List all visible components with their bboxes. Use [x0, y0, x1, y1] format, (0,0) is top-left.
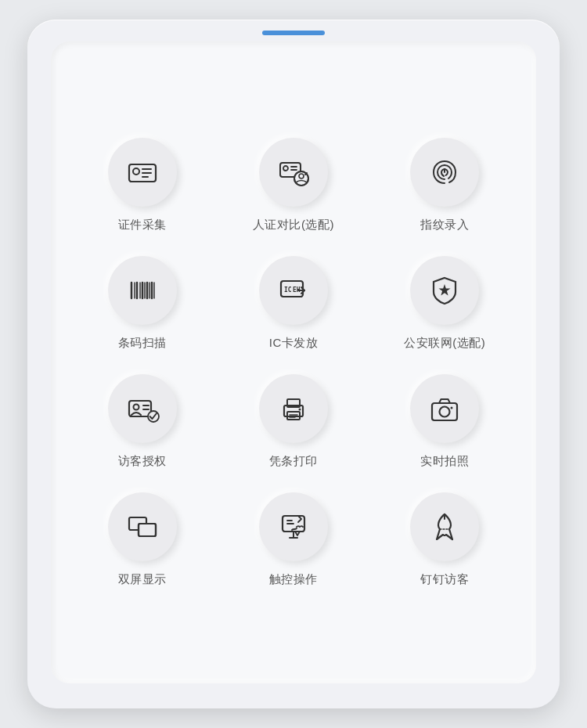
ic-card-icon: IC EH: [276, 273, 311, 308]
svg-point-30: [133, 405, 139, 410]
label-barcode: 条码扫描: [118, 336, 167, 351]
svg-point-42: [451, 407, 453, 409]
grid-item-barcode[interactable]: 条码扫描: [74, 256, 210, 351]
label-fingerprint: 指纹录入: [420, 218, 469, 232]
label-dual-screen: 双屏显示: [118, 572, 167, 587]
label-police-net: 公安联网(选配): [404, 336, 485, 351]
icon-circle-cert-collect: [108, 138, 177, 207]
grid-item-realtime-photo[interactable]: 实时拍照: [377, 374, 513, 469]
icon-circle-visitor-auth: [108, 374, 177, 443]
icon-circle-print-ticket: [259, 374, 328, 443]
label-ic-card: IC卡发放: [269, 336, 319, 351]
svg-point-1: [133, 168, 139, 175]
top-indicator: [262, 31, 325, 35]
visitor-auth-icon: [125, 391, 160, 426]
grid-item-fingerprint[interactable]: 指纹录入: [377, 138, 513, 232]
svg-text:IC: IC: [284, 287, 292, 294]
svg-point-41: [440, 407, 450, 417]
label-cert-collect: 证件采集: [118, 218, 167, 232]
label-touch-control: 触控操作: [269, 572, 318, 587]
dual-screen-icon: [125, 510, 160, 544]
svg-marker-28: [439, 284, 451, 296]
icon-circle-touch-control: [259, 492, 328, 561]
shield-star-icon: [427, 273, 462, 308]
label-realtime-photo: 实时拍照: [420, 454, 469, 469]
camera-icon: [427, 391, 462, 426]
dingding-icon: [427, 510, 462, 544]
label-dingding: 钉钉访客: [420, 572, 469, 587]
face-id-icon: [276, 155, 311, 189]
grid-item-dingding[interactable]: 钉钉访客: [377, 492, 513, 587]
icon-circle-realtime-photo: [410, 374, 479, 443]
inner-panel: 证件采集 人证对比(选配): [51, 41, 536, 683]
icon-circle-fingerprint: [410, 138, 479, 207]
svg-rect-44: [139, 524, 156, 536]
svg-line-12: [305, 173, 307, 175]
grid-item-dual-screen[interactable]: 双屏显示: [74, 492, 210, 587]
phone-container: 证件采集 人证对比(选配): [27, 20, 560, 708]
grid-item-print-ticket[interactable]: 凭条打印: [225, 374, 361, 469]
svg-point-6: [283, 166, 288, 171]
feature-grid: 证件采集 人证对比(选配): [74, 138, 513, 587]
svg-point-39: [298, 409, 301, 411]
grid-item-ic-card[interactable]: IC EH IC卡发放: [225, 256, 361, 351]
grid-item-touch-control[interactable]: 触控操作: [225, 492, 361, 587]
icon-circle-face-verify: [259, 138, 328, 207]
label-face-verify: 人证对比(选配): [253, 218, 334, 232]
grid-item-cert-collect[interactable]: 证件采集: [74, 138, 210, 232]
id-card-icon: [125, 155, 160, 189]
grid-item-police-net[interactable]: 公安联网(选配): [377, 256, 513, 351]
icon-circle-ic-card: IC EH: [259, 256, 328, 325]
icon-circle-barcode: [108, 256, 177, 325]
printer-icon: [276, 391, 311, 426]
barcode-icon: [125, 273, 160, 308]
fingerprint-icon: [427, 155, 462, 189]
svg-rect-40: [432, 403, 457, 420]
label-print-ticket: 凭条打印: [269, 454, 318, 469]
touch-icon: [276, 510, 311, 544]
icon-circle-police-net: [410, 256, 479, 325]
label-visitor-auth: 访客授权: [118, 454, 167, 469]
grid-item-face-verify[interactable]: 人证对比(选配): [225, 138, 361, 232]
icon-circle-dual-screen: [108, 492, 177, 561]
icon-circle-dingding: [410, 492, 479, 561]
grid-item-visitor-auth[interactable]: 访客授权: [74, 374, 210, 469]
